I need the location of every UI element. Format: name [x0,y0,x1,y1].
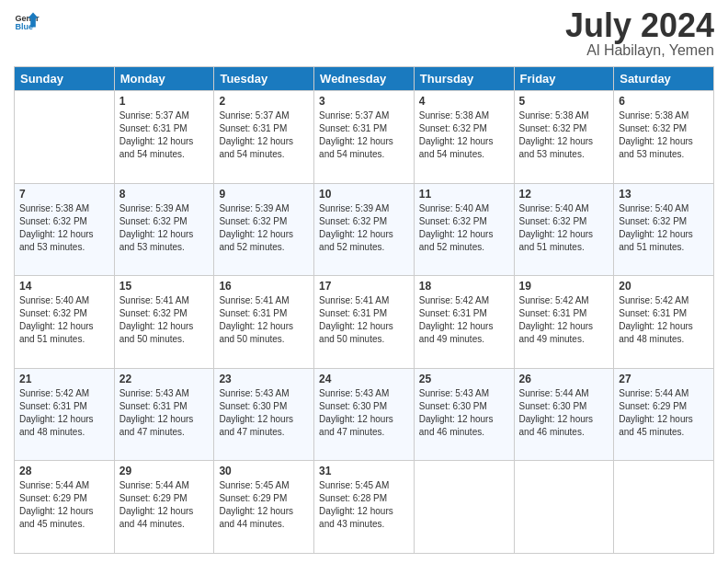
svg-text:Blue: Blue [15,22,33,31]
day-info: Sunrise: 5:40 AM Sunset: 6:32 PM Dayligh… [519,202,609,254]
calendar-cell: 11Sunrise: 5:40 AM Sunset: 6:32 PM Dayli… [414,183,514,276]
day-number: 12 [519,188,609,201]
calendar-cell: 17Sunrise: 5:41 AM Sunset: 6:31 PM Dayli… [314,276,415,369]
day-info: Sunrise: 5:44 AM Sunset: 6:29 PM Dayligh… [119,479,210,531]
day-number: 8 [119,188,210,201]
calendar-week-1: 1Sunrise: 5:37 AM Sunset: 6:31 PM Daylig… [15,91,714,184]
calendar-cell: 5Sunrise: 5:38 AM Sunset: 6:32 PM Daylig… [514,91,614,184]
day-info: Sunrise: 5:42 AM Sunset: 6:31 PM Dayligh… [419,294,509,346]
day-number: 16 [219,280,309,293]
calendar-cell [414,461,514,554]
day-number: 17 [319,280,409,293]
day-info: Sunrise: 5:43 AM Sunset: 6:30 PM Dayligh… [219,387,309,439]
day-number: 28 [19,465,109,477]
day-number: 26 [519,373,609,385]
calendar-cell: 28Sunrise: 5:44 AM Sunset: 6:29 PM Dayli… [15,461,115,554]
day-info: Sunrise: 5:39 AM Sunset: 6:32 PM Dayligh… [219,202,309,254]
day-number: 4 [419,95,509,108]
month-year-title: July 2024 [565,9,714,42]
calendar-cell: 13Sunrise: 5:40 AM Sunset: 6:32 PM Dayli… [614,183,714,276]
calendar-cell: 10Sunrise: 5:39 AM Sunset: 6:32 PM Dayli… [314,183,415,276]
day-header-friday: Friday [514,67,614,91]
calendar-cell: 6Sunrise: 5:38 AM Sunset: 6:32 PM Daylig… [614,91,714,184]
day-number: 7 [19,188,109,201]
day-number: 19 [519,280,609,293]
calendar-cell: 9Sunrise: 5:39 AM Sunset: 6:32 PM Daylig… [214,183,314,276]
day-number: 3 [319,95,409,108]
day-info: Sunrise: 5:37 AM Sunset: 6:31 PM Dayligh… [119,109,210,161]
day-info: Sunrise: 5:44 AM Sunset: 6:29 PM Dayligh… [19,479,109,531]
calendar-cell: 30Sunrise: 5:45 AM Sunset: 6:29 PM Dayli… [214,461,314,554]
calendar-cell: 21Sunrise: 5:42 AM Sunset: 6:31 PM Dayli… [15,368,115,461]
day-number: 25 [419,373,509,385]
day-info: Sunrise: 5:38 AM Sunset: 6:32 PM Dayligh… [519,109,609,161]
calendar-cell: 14Sunrise: 5:40 AM Sunset: 6:32 PM Dayli… [15,276,115,369]
calendar-cell [514,461,614,554]
day-info: Sunrise: 5:37 AM Sunset: 6:31 PM Dayligh… [219,109,309,161]
calendar-header-row: SundayMondayTuesdayWednesdayThursdayFrid… [15,67,714,91]
day-info: Sunrise: 5:44 AM Sunset: 6:30 PM Dayligh… [519,387,609,439]
day-number: 5 [519,95,609,108]
calendar-cell: 3Sunrise: 5:37 AM Sunset: 6:31 PM Daylig… [314,91,415,184]
calendar-cell: 2Sunrise: 5:37 AM Sunset: 6:31 PM Daylig… [214,91,314,184]
day-number: 22 [119,373,210,385]
day-info: Sunrise: 5:41 AM Sunset: 6:32 PM Dayligh… [119,294,210,346]
calendar-cell: 7Sunrise: 5:38 AM Sunset: 6:32 PM Daylig… [15,183,115,276]
day-info: Sunrise: 5:43 AM Sunset: 6:31 PM Dayligh… [119,387,210,439]
calendar-cell: 25Sunrise: 5:43 AM Sunset: 6:30 PM Dayli… [414,368,514,461]
day-number: 23 [219,373,309,385]
day-info: Sunrise: 5:44 AM Sunset: 6:29 PM Dayligh… [619,387,709,439]
day-number: 9 [219,188,309,201]
calendar-cell: 1Sunrise: 5:37 AM Sunset: 6:31 PM Daylig… [114,91,214,184]
calendar-cell: 8Sunrise: 5:39 AM Sunset: 6:32 PM Daylig… [114,183,214,276]
day-number: 10 [319,188,409,201]
day-number: 14 [19,280,109,293]
day-info: Sunrise: 5:43 AM Sunset: 6:30 PM Dayligh… [419,387,509,439]
logo-icon: General Blue [14,9,40,35]
day-number: 30 [219,465,309,477]
day-number: 21 [19,373,109,385]
calendar-cell: 23Sunrise: 5:43 AM Sunset: 6:30 PM Dayli… [214,368,314,461]
day-info: Sunrise: 5:42 AM Sunset: 6:31 PM Dayligh… [619,294,709,346]
calendar-cell: 24Sunrise: 5:43 AM Sunset: 6:30 PM Dayli… [314,368,415,461]
calendar-week-5: 28Sunrise: 5:44 AM Sunset: 6:29 PM Dayli… [15,461,714,554]
calendar-cell: 27Sunrise: 5:44 AM Sunset: 6:29 PM Dayli… [614,368,714,461]
day-number: 6 [619,95,709,108]
day-info: Sunrise: 5:40 AM Sunset: 6:32 PM Dayligh… [419,202,509,254]
calendar-cell: 19Sunrise: 5:42 AM Sunset: 6:31 PM Dayli… [514,276,614,369]
location-subtitle: Al Habilayn, Yemen [565,42,714,59]
day-number: 15 [119,280,210,293]
title-block: July 2024 Al Habilayn, Yemen [565,9,714,59]
calendar-cell [614,461,714,554]
day-header-thursday: Thursday [414,67,514,91]
day-header-wednesday: Wednesday [314,67,415,91]
day-info: Sunrise: 5:38 AM Sunset: 6:32 PM Dayligh… [419,109,509,161]
day-number: 13 [619,188,709,201]
day-info: Sunrise: 5:45 AM Sunset: 6:29 PM Dayligh… [219,479,309,531]
calendar-cell: 4Sunrise: 5:38 AM Sunset: 6:32 PM Daylig… [414,91,514,184]
day-info: Sunrise: 5:41 AM Sunset: 6:31 PM Dayligh… [219,294,309,346]
day-number: 18 [419,280,509,293]
day-info: Sunrise: 5:42 AM Sunset: 6:31 PM Dayligh… [519,294,609,346]
day-info: Sunrise: 5:43 AM Sunset: 6:30 PM Dayligh… [319,387,409,439]
calendar-cell [15,91,115,184]
day-number: 27 [619,373,709,385]
logo: General Blue [14,9,40,35]
calendar-cell: 22Sunrise: 5:43 AM Sunset: 6:31 PM Dayli… [114,368,214,461]
day-number: 1 [119,95,210,108]
calendar-cell: 15Sunrise: 5:41 AM Sunset: 6:32 PM Dayli… [114,276,214,369]
calendar-cell: 20Sunrise: 5:42 AM Sunset: 6:31 PM Dayli… [614,276,714,369]
day-number: 24 [319,373,409,385]
page-header: General Blue July 2024 Al Habilayn, Yeme… [14,9,714,59]
calendar-cell: 16Sunrise: 5:41 AM Sunset: 6:31 PM Dayli… [214,276,314,369]
day-info: Sunrise: 5:37 AM Sunset: 6:31 PM Dayligh… [319,109,409,161]
calendar-week-2: 7Sunrise: 5:38 AM Sunset: 6:32 PM Daylig… [15,183,714,276]
calendar-cell: 26Sunrise: 5:44 AM Sunset: 6:30 PM Dayli… [514,368,614,461]
day-info: Sunrise: 5:38 AM Sunset: 6:32 PM Dayligh… [619,109,709,161]
day-info: Sunrise: 5:39 AM Sunset: 6:32 PM Dayligh… [319,202,409,254]
day-info: Sunrise: 5:39 AM Sunset: 6:32 PM Dayligh… [119,202,210,254]
calendar-week-4: 21Sunrise: 5:42 AM Sunset: 6:31 PM Dayli… [15,368,714,461]
calendar-cell: 29Sunrise: 5:44 AM Sunset: 6:29 PM Dayli… [114,461,214,554]
calendar-cell: 12Sunrise: 5:40 AM Sunset: 6:32 PM Dayli… [514,183,614,276]
day-number: 2 [219,95,309,108]
